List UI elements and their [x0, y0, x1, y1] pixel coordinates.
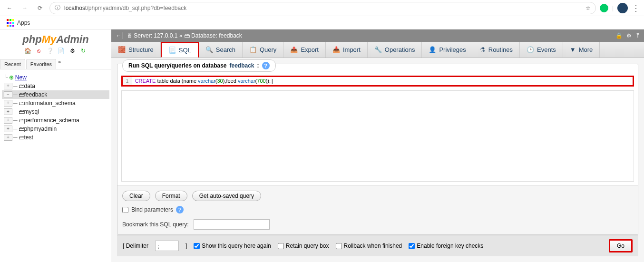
retain-checkbox[interactable] [278, 243, 284, 249]
tab-recent[interactable]: Recent [0, 59, 25, 69]
profile-avatar[interactable] [617, 3, 628, 13]
line-gutter: 1 [123, 77, 132, 85]
link-icon: ⚭ [57, 59, 62, 69]
bookmark-input[interactable] [194, 219, 270, 230]
tabs-bar: 🧱Structure 📃SQL 🔍Search 📋Query 📤Export 📥… [111, 42, 644, 58]
help-icon[interactable]: ? [262, 62, 270, 69]
retain-label: Retain query box [286, 243, 329, 249]
sidebar-quick-icons: 🏠 ⎋ ❔ 📄 ⚙ ↻ [0, 46, 111, 57]
routines-icon: ⚗ [480, 46, 486, 53]
grammarly-icon[interactable] [600, 4, 608, 12]
sql-tab-icon: 📃 [168, 47, 176, 54]
phpmyadmin-logo[interactable]: phpMyAdmin [0, 33, 111, 46]
delimiter-label-close: ] [185, 243, 187, 249]
tab-events[interactable]: 🕒Events [520, 42, 563, 58]
chevron-down-icon: ▼ [570, 46, 576, 53]
tree-item-data[interactable]: +─🗃 data [2, 82, 109, 90]
panel-db-link[interactable]: feedback [230, 62, 254, 69]
show-again-checkbox[interactable] [194, 243, 200, 249]
query-icon: 📋 [249, 46, 257, 53]
apps-icon [7, 19, 14, 27]
forward-button[interactable]: → [19, 2, 30, 14]
bind-params-checkbox[interactable] [122, 207, 128, 213]
docs-icon[interactable]: ❔ [46, 48, 54, 55]
tab-sql[interactable]: 📃SQL [161, 42, 199, 58]
code-line[interactable]: CREATE table data (name varchar(30),feed… [132, 77, 277, 85]
tab-search[interactable]: 🔍Search [199, 42, 243, 58]
breadcrumb-database[interactable]: Database: feedback [191, 32, 242, 39]
tab-more[interactable]: ▼More [563, 42, 600, 58]
url-bar[interactable]: ⓘ localhost/phpmyadmin/db_sql.php?db=fee… [49, 2, 596, 14]
panel-header: Run SQL query/queries on database feedba… [122, 59, 276, 72]
rollback-checkbox[interactable] [336, 243, 342, 249]
tab-routines[interactable]: ⚗Routines [473, 42, 520, 58]
url-host: localhost/phpmyadmin/db_sql.php?db=feedb… [64, 5, 186, 11]
tree-item-information-schema[interactable]: +─🗃 information_schema [2, 99, 109, 107]
reload-icon[interactable]: ↻ [79, 48, 87, 55]
bookmark-label: Bookmark this SQL query: [122, 221, 189, 228]
tree-item-feedback[interactable]: −─🗃 feedback [2, 90, 109, 99]
back-button[interactable]: ← [4, 2, 15, 14]
import-icon: 📥 [332, 46, 340, 53]
fk-checkbox[interactable] [409, 243, 415, 249]
tree-item-mysql[interactable]: +─🗃 mysql [2, 107, 109, 116]
server-icon: 🖥 [127, 32, 132, 39]
up-icon[interactable]: ⤒ [635, 32, 640, 39]
lock-icon[interactable]: 🔒 [615, 32, 623, 39]
format-button[interactable]: Format [155, 191, 187, 201]
collapse-sidebar-icon[interactable]: ← [115, 32, 123, 39]
reload-button[interactable]: ⟳ [34, 2, 46, 14]
tab-operations[interactable]: 🔧Operations [368, 42, 422, 58]
database-icon: 🗃 [184, 32, 190, 39]
breadcrumb: ← 🖥 Server: 127.0.0.1 » 🗃 Database: feed… [111, 29, 644, 42]
tab-privileges[interactable]: 👤Privileges [422, 42, 473, 58]
sidebar: phpMyAdmin 🏠 ⎋ ❔ 📄 ⚙ ↻ Recent Favorites … [0, 29, 111, 262]
tab-favorites[interactable]: Favorites [26, 59, 56, 69]
show-again-label: Show this query here again [202, 243, 271, 249]
home-icon[interactable]: 🏠 [24, 48, 32, 55]
structure-icon: 🧱 [118, 46, 126, 53]
breadcrumb-server[interactable]: Server: 127.0.0.1 [134, 32, 177, 39]
sql-editor-area[interactable] [121, 90, 634, 182]
database-tree: └⊕ New +─🗃 data −─🗃 feedback +─🗃 informa… [0, 69, 111, 146]
browser-menu-icon[interactable]: ⋮ [632, 3, 640, 13]
tab-query[interactable]: 📋Query [243, 42, 283, 58]
tab-import[interactable]: 📥Import [326, 42, 368, 58]
export-icon: 📤 [290, 46, 298, 53]
rollback-label: Rollback when finished [344, 243, 402, 249]
delimiter-input[interactable] [155, 241, 179, 251]
search-icon: 🔍 [205, 46, 213, 53]
star-icon[interactable]: ☆ [585, 5, 591, 11]
operations-icon: 🔧 [374, 46, 382, 53]
fk-label: Enable foreign key checks [417, 243, 483, 249]
go-button[interactable]: Go [609, 239, 633, 252]
help-icon-bind[interactable]: ? [176, 206, 184, 213]
delimiter-label-open: [ Delimiter [123, 243, 148, 249]
exit-icon[interactable]: ⎋ [35, 48, 43, 55]
info-icon: ⓘ [55, 4, 60, 12]
bottom-bar: [ Delimiter ] Show this query here again… [117, 235, 638, 256]
apps-bookmark[interactable]: Apps [4, 18, 33, 28]
gear-icon[interactable]: ⚙ [68, 48, 76, 55]
autosave-button[interactable]: Get auto-saved query [192, 191, 261, 201]
clear-button[interactable]: Clear [122, 191, 150, 201]
settings-icon[interactable]: ⚙ [626, 32, 632, 39]
bind-params-label: Bind parameters [131, 206, 173, 213]
privileges-icon: 👤 [429, 46, 436, 53]
events-icon: 🕒 [527, 46, 534, 53]
tree-new[interactable]: └⊕ New [2, 73, 109, 82]
tree-item-phpmyadmin[interactable]: +─🗃 phpmyadmin [2, 125, 109, 133]
tree-item-test[interactable]: +─🗃 test [2, 133, 109, 142]
sql-icon[interactable]: 📄 [58, 48, 65, 55]
tab-export[interactable]: 📤Export [283, 42, 326, 58]
tree-item-performance-schema[interactable]: +─🗃 performance_schema [2, 116, 109, 125]
sql-editor[interactable]: 1 CREATE table data (name varchar(30),fe… [121, 76, 634, 87]
tab-structure[interactable]: 🧱Structure [111, 42, 161, 58]
